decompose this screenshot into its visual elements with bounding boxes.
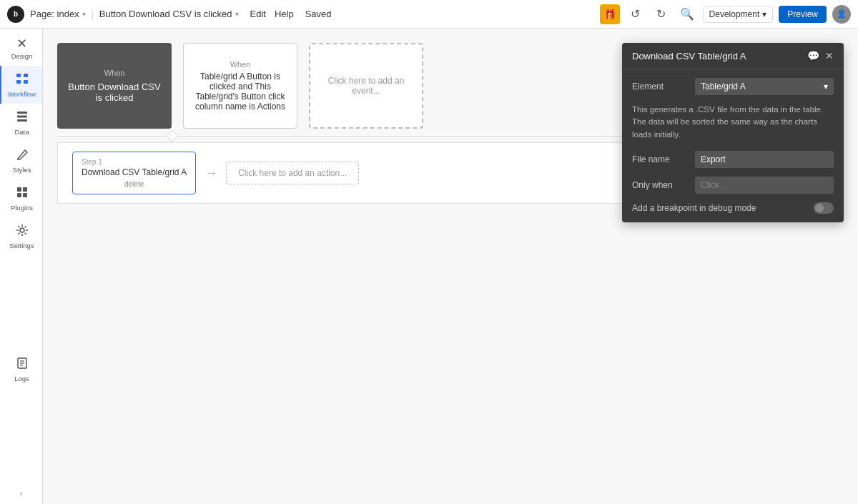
edit-menu[interactable]: Edit [250, 9, 266, 19]
sidebar-item-plugins[interactable]: Plugins [0, 179, 42, 217]
element-selector[interactable]: Table/grid A ▾ [695, 78, 834, 95]
event-block-add[interactable]: Click here to add an event... [309, 43, 423, 129]
svg-rect-11 [23, 193, 27, 197]
add-event-label: Click here to add an event... [319, 76, 413, 96]
only-when-placeholder: Click [701, 180, 719, 190]
undo-button[interactable]: ↺ [626, 4, 646, 24]
panel-title: Download CSV Table/grid A [632, 51, 746, 61]
workflow-name-selector[interactable]: Button Download CSV is clicked ▾ [99, 9, 239, 19]
panel-description: This generates a .CSV file from the data… [632, 104, 834, 141]
svg-point-12 [20, 228, 24, 232]
content-area: When Button Download CSV is clicked When… [43, 29, 858, 504]
sidebar-item-settings[interactable]: Settings [0, 217, 42, 255]
avatar[interactable]: 👤 [832, 5, 851, 24]
workflow-chevron-icon: ▾ [235, 10, 239, 18]
debug-row: Add a breakpoint in debug mode [632, 202, 834, 214]
event2-main-text: Table/grid A Button is clicked and This … [192, 71, 288, 112]
sidebar-label-plugins: Plugins [11, 204, 33, 212]
main-layout: ✕ Design Workflow Dat [0, 29, 858, 504]
workflow-icon [15, 71, 29, 88]
env-label: Development [709, 9, 760, 19]
step1-block[interactable]: Step 1 Download CSV Table/grid A delete [72, 152, 196, 194]
event-block-2[interactable]: When Table/grid A Button is clicked and … [183, 43, 297, 129]
sidebar-label-workflow: Workflow [8, 90, 36, 98]
event1-main-text: Button Download CSV is clicked [66, 81, 163, 103]
svg-rect-0 [16, 74, 21, 77]
env-chevron-icon: ▾ [762, 9, 766, 19]
step-arrow-icon: → [204, 166, 217, 181]
topbar-right: 🎁 ↺ ↻ 🔍 Development ▾ Preview 👤 [600, 4, 851, 24]
element-chevron-icon: ▾ [824, 81, 828, 92]
design-icon: ✕ [16, 37, 27, 50]
panel-comment-icon[interactable]: 💬 [807, 50, 819, 61]
element-value: Table/grid A [701, 81, 746, 92]
topbar-actions: Edit Help Saved [250, 9, 332, 19]
event-block-1[interactable]: When Button Download CSV is clicked [57, 43, 172, 129]
sidebar-item-design[interactable]: ✕ Design [0, 31, 42, 66]
help-menu[interactable]: Help [275, 9, 294, 19]
svg-rect-5 [17, 116, 27, 118]
panel-close-icon[interactable]: ✕ [825, 50, 834, 61]
preview-button[interactable]: Preview [779, 6, 827, 23]
event2-when-label: When [192, 60, 288, 69]
page-chevron-icon: ▾ [82, 10, 86, 18]
file-name-label: File name [632, 154, 689, 164]
debug-toggle-knob [815, 204, 824, 212]
only-when-row: Only when Click [632, 177, 834, 194]
step1-number: Step 1 [82, 158, 187, 166]
settings-icon [15, 223, 29, 239]
element-row: Element Table/grid A ▾ [632, 78, 834, 95]
page-selector[interactable]: Page: index ▾ [30, 9, 86, 19]
search-button[interactable]: 🔍 [677, 4, 697, 24]
panel-header: Download CSV Table/grid A 💬 ✕ [622, 43, 844, 69]
debug-toggle[interactable] [814, 202, 834, 214]
saved-indicator: Saved [305, 9, 332, 19]
redo-button[interactable]: ↻ [651, 4, 671, 24]
svg-rect-9 [23, 187, 27, 192]
file-name-input[interactable] [695, 151, 834, 168]
workflow-name-label: Button Download CSV is clicked [99, 9, 232, 19]
topbar: b Page: index ▾ | Button Download CSV is… [0, 0, 858, 29]
step1-title: Download CSV Table/grid A [82, 167, 187, 177]
file-name-row: File name [632, 151, 834, 168]
sidebar-label-settings: Settings [9, 242, 34, 249]
sidebar-item-workflow[interactable]: Workflow [0, 66, 42, 104]
element-label: Element [632, 81, 689, 92]
svg-rect-1 [24, 74, 28, 77]
add-action-block[interactable]: Click here to add an action... [226, 162, 359, 184]
topbar-divider: | [92, 9, 94, 19]
add-action-label: Click here to add an action... [238, 168, 347, 178]
gift-icon[interactable]: 🎁 [600, 4, 620, 24]
svg-rect-6 [17, 119, 27, 122]
data-icon [15, 109, 29, 126]
debug-label: Add a breakpoint in debug mode [632, 203, 808, 213]
svg-rect-8 [17, 187, 21, 192]
page-label: Page: index [30, 9, 79, 19]
app-logo: b [7, 6, 24, 23]
sidebar-item-styles[interactable]: Styles [0, 142, 42, 179]
only-when-input[interactable]: Click [695, 177, 834, 194]
logs-icon [15, 356, 29, 372]
sidebar-label-data: Data [14, 128, 29, 136]
panel-body: Element Table/grid A ▾ This generates a … [622, 69, 844, 222]
svg-rect-4 [17, 112, 27, 114]
sidebar: ✕ Design Workflow Dat [0, 29, 43, 504]
download-csv-panel: Download CSV Table/grid A 💬 ✕ Element Ta… [622, 43, 844, 222]
svg-rect-2 [16, 80, 21, 84]
sidebar-label-design: Design [11, 52, 33, 60]
plugins-icon [15, 185, 29, 202]
sidebar-item-data[interactable]: Data [0, 104, 42, 142]
sidebar-label-logs: Logs [14, 375, 29, 382]
svg-rect-10 [17, 193, 21, 197]
svg-rect-3 [24, 80, 28, 84]
environment-selector[interactable]: Development ▾ [703, 6, 774, 23]
panel-header-icons: 💬 ✕ [807, 50, 834, 61]
only-when-label: Only when [632, 180, 689, 190]
step1-delete[interactable]: delete [82, 180, 187, 188]
styles-icon [15, 147, 29, 164]
sidebar-item-logs[interactable]: Logs [0, 350, 42, 388]
sidebar-expander[interactable]: › [0, 483, 42, 504]
sidebar-label-styles: Styles [13, 166, 31, 174]
event1-when-label: When [104, 69, 125, 77]
